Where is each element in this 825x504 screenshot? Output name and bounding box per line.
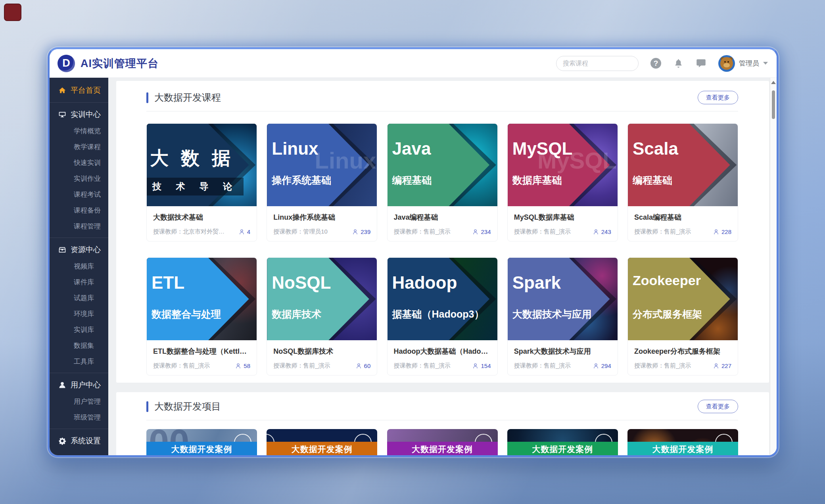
course-title: NoSQL数据库技术 — [273, 347, 370, 356]
banner-chevron — [388, 258, 497, 340]
project-band: 大数据开发案例 — [387, 442, 498, 455]
course-card[interactable]: Scala 编程基础 Scala编程基础 授课教师：售前_演示 228 — [627, 123, 738, 241]
course-student-count: 228 — [713, 228, 731, 235]
sidebar-subitem[interactable]: 快速实训 — [50, 155, 108, 171]
course-info-row: 授课教师：售前_演示 58 — [153, 362, 250, 370]
search-box[interactable] — [556, 56, 639, 71]
scroll-up-arrow-icon[interactable] — [771, 81, 776, 84]
sidebar-divider — [50, 102, 108, 103]
course-info-row: 授课教师：售前_演示 234 — [394, 228, 491, 236]
banner-title: Spark — [512, 273, 561, 293]
gear-icon — [58, 437, 66, 445]
sidebar-item-training-center[interactable]: 实训中心 — [50, 106, 108, 123]
courses-more-button[interactable]: 查看更多 — [698, 91, 738, 104]
course-student-count: 239 — [352, 228, 370, 235]
sidebar-item-resource-center[interactable]: 资源中心 — [50, 241, 108, 259]
course-info-row: 授课教师：售前_演示 294 — [514, 362, 611, 370]
sidebar-subitem[interactable]: 课程管理 — [50, 218, 108, 234]
course-student-count: 154 — [472, 362, 491, 369]
project-card[interactable]: 大数据开发案例 — [627, 429, 738, 455]
main-content: 大数据开发课程 查看更多 大 数 据 技 术 导 论 大数据技术基础 授课教师：… — [108, 78, 770, 455]
course-card[interactable]: Linux Linux 操作系统基础 Linux操作系统基础 授课教师：管理员1… — [267, 123, 377, 241]
course-meta: Hadoop大数据基础（Hadoop3） 授课教师：售前_演示 154 — [388, 340, 497, 375]
course-teacher: 授课教师：管理员10 — [273, 228, 328, 236]
sidebar-subitem[interactable]: 试题库 — [50, 290, 108, 306]
banner-subtitle: 数据库技术 — [272, 308, 321, 321]
course-student-count: 227 — [713, 362, 731, 369]
chat-icon[interactable] — [696, 58, 706, 69]
course-card[interactable]: 大 数 据 技 术 导 论 大数据技术基础 授课教师：北京市对外贸易学校教...… — [146, 123, 257, 241]
sidebar-subitem[interactable]: 学情概览 — [50, 123, 108, 139]
sidebar-subitem[interactable]: 用户管理 — [50, 394, 108, 410]
course-student-count: 58 — [235, 362, 250, 369]
sidebar-subitem[interactable]: 工具库 — [50, 354, 108, 370]
section-courses: 大数据开发课程 查看更多 大 数 据 技 术 导 论 大数据技术基础 授课教师：… — [116, 81, 769, 383]
course-banner: Java 编程基础 — [388, 124, 497, 206]
count-number: 4 — [247, 228, 250, 235]
course-card[interactable]: Hadoop 据基础（Hadoop3） Hadoop大数据基础（Hadoop3）… — [387, 257, 498, 376]
banner-chevron — [628, 124, 738, 206]
course-card[interactable]: Zookeeper 分布式服务框架 Zookeeper分布式服务框架 授课教师：… — [627, 257, 738, 376]
sidebar-subitem[interactable]: 实训作业 — [50, 171, 108, 187]
project-card[interactable]: 大数据开发案例 — [507, 429, 618, 455]
help-icon[interactable] — [650, 58, 661, 69]
app-logo[interactable]: D — [58, 55, 75, 72]
sidebar-item-user-center[interactable]: 用户中心 — [50, 376, 108, 394]
user-menu[interactable]: 管理员 — [718, 55, 768, 72]
count-number: 154 — [481, 362, 491, 369]
bell-icon[interactable] — [673, 58, 684, 69]
logo-letter: D — [62, 57, 70, 69]
course-card[interactable]: Java 编程基础 Java编程基础 授课教师：售前_演示 234 — [387, 123, 498, 241]
sidebar-item-label: 资源中心 — [71, 245, 101, 255]
projects-more-button[interactable]: 查看更多 — [698, 400, 738, 413]
count-number: 228 — [721, 228, 731, 235]
sidebar-item-home[interactable]: 平台首页 — [50, 82, 108, 99]
course-info-row: 授课教师：售前_演示 154 — [394, 362, 491, 370]
project-band: 大数据开发案例 — [507, 442, 618, 455]
sidebar-subitem[interactable]: 教学课程 — [50, 139, 108, 155]
course-card[interactable]: ETL 数据整合与处理 ETL数据整合与处理（Kettle） 授课教师：售前_演… — [146, 257, 257, 376]
search-input[interactable] — [563, 60, 645, 67]
course-banner: NoSQL 数据库技术 — [267, 258, 377, 340]
scrollbar-thumb[interactable] — [772, 90, 775, 119]
course-meta: Zookeeper分布式服务框架 授课教师：售前_演示 227 — [628, 340, 738, 375]
sidebar-subitem[interactable]: 课程考试 — [50, 187, 108, 203]
scrollbar-track[interactable] — [770, 78, 777, 455]
course-teacher: 授课教师：售前_演示 — [273, 362, 330, 370]
avatar[interactable] — [718, 55, 735, 72]
section-divider — [146, 420, 738, 420]
course-banner: MySQL MySQL 数据库基础 — [508, 124, 618, 206]
course-card[interactable]: NoSQL 数据库技术 NoSQL数据库技术 授课教师：售前_演示 60 — [267, 257, 377, 376]
project-band: 大数据开发案例 — [146, 442, 257, 455]
sidebar: 平台首页实训中心学情概览教学课程快速实训实训作业课程考试课程备份课程管理资源中心… — [50, 78, 108, 455]
banner-chevron — [628, 258, 738, 340]
sidebar-subitem[interactable]: 视频库 — [50, 259, 108, 274]
person-icon — [235, 362, 242, 369]
sidebar-subitem[interactable]: 环境库 — [50, 306, 108, 322]
course-meta: Java编程基础 授课教师：售前_演示 234 — [388, 206, 497, 241]
project-card[interactable]: 大数据开发案例 — [387, 429, 498, 455]
sidebar-item-system-settings[interactable]: 系统设置 — [50, 432, 108, 450]
course-card[interactable]: Spark 大数据技术与应用 Spark大数据技术与应用 授课教师：售前_演示 … — [507, 257, 618, 376]
count-number: 60 — [364, 362, 371, 369]
project-card[interactable]: 00 大数据开发案例 — [146, 429, 257, 455]
count-number: 294 — [601, 362, 611, 369]
sidebar-subitem[interactable]: 课件库 — [50, 274, 108, 290]
banner-subtitle: 数据库基础 — [512, 174, 562, 187]
project-card[interactable]: 大数据开发案例 — [267, 429, 377, 455]
sidebar-subitem[interactable]: 班级管理 — [50, 410, 108, 425]
banner-subtitle: 技 术 导 论 — [147, 178, 244, 195]
desktop-background: D AI实训管理平台 — [0, 0, 825, 504]
course-student-count: 294 — [593, 362, 611, 369]
banner-subtitle: 据基础（Hadoop3） — [392, 308, 484, 321]
section-gap — [116, 383, 769, 392]
sidebar-subitem[interactable]: 课程备份 — [50, 203, 108, 218]
person-icon — [355, 362, 362, 369]
course-card[interactable]: MySQL MySQL 数据库基础 MySQL数据库基础 授课教师：售前_演示 … — [507, 123, 618, 241]
sidebar-subitem[interactable]: 实训库 — [50, 322, 108, 338]
section-divider — [146, 111, 738, 111]
sidebar-subitem[interactable]: 数据集 — [50, 338, 108, 354]
banner-subtitle: 编程基础 — [633, 174, 672, 187]
course-student-count: 243 — [593, 228, 611, 235]
banner-title: Zookeeper — [633, 273, 701, 288]
